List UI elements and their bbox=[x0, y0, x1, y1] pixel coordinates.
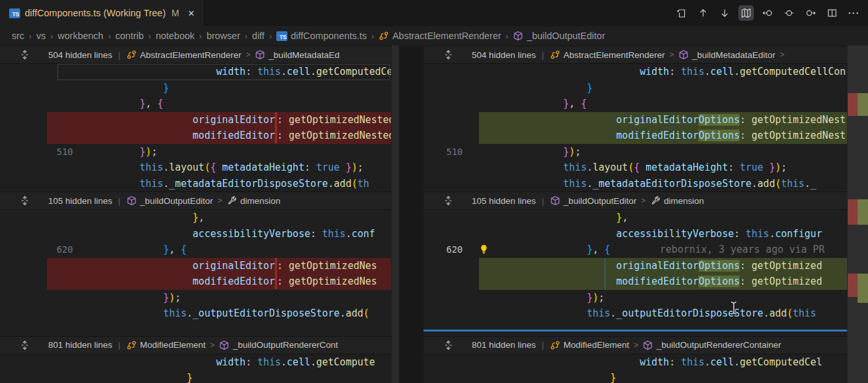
code-line[interactable]: 620 }, { bbox=[0, 242, 391, 258]
ruler-added-mark bbox=[858, 199, 868, 225]
code-line[interactable]: width: this.cell.getComputedCellCon bbox=[424, 64, 847, 80]
token: layout bbox=[592, 162, 628, 173]
breadcrumb-file[interactable]: diffComponents.ts bbox=[291, 31, 367, 41]
code-line[interactable]: width: this.cell.getCompute bbox=[0, 354, 391, 371]
code-line[interactable]: } bbox=[0, 370, 391, 383]
code-line[interactable]: this.layout({ metadataHeight: true }); bbox=[0, 160, 391, 176]
token bbox=[504, 82, 586, 94]
code-line[interactable]: } bbox=[424, 370, 847, 383]
code-line[interactable]: originalEditorOptions: getOptimizedNest bbox=[424, 112, 847, 128]
hidden-lines-header[interactable]: 801 hidden lines|ModifiedElement>_buildO… bbox=[0, 336, 391, 354]
overview-ruler[interactable] bbox=[847, 46, 868, 383]
token: metadataHeight bbox=[222, 162, 304, 173]
token bbox=[504, 98, 563, 109]
close-tab-icon[interactable]: ✕ bbox=[188, 8, 195, 18]
hidden-lines-header[interactable]: 105 hidden lines|_buildOutputEditor>dime… bbox=[424, 192, 847, 210]
breadcrumb-folder[interactable]: browser bbox=[207, 31, 240, 41]
circle-icon[interactable] bbox=[781, 5, 797, 21]
arrow-circle-left-icon[interactable] bbox=[760, 5, 775, 21]
hidden-lines-header[interactable]: 801 hidden lines|ModifiedElement>_buildO… bbox=[424, 336, 847, 354]
line-number bbox=[0, 370, 73, 383]
code-line[interactable]: modifiedEditorOptions: getOptimizedNest bbox=[424, 128, 847, 144]
lightbulb-icon[interactable] bbox=[479, 244, 489, 255]
code-line[interactable]: 510 }); bbox=[424, 144, 847, 160]
token: : bbox=[277, 276, 289, 287]
breadcrumb-folder[interactable]: vs bbox=[36, 31, 46, 41]
token: width bbox=[640, 66, 669, 78]
open-changes-icon[interactable] bbox=[674, 5, 689, 21]
token: } bbox=[139, 98, 145, 109]
code-line[interactable]: }); bbox=[424, 290, 847, 306]
more-actions-icon[interactable]: ⋯ bbox=[846, 5, 861, 21]
code-line[interactable]: modifiedEditorOptions: getOptimized bbox=[424, 274, 847, 290]
breadcrumb-symbol[interactable]: _buildOutputEditor bbox=[527, 31, 605, 41]
token: this bbox=[793, 307, 817, 319]
breadcrumb-symbol[interactable]: AbstractElementRenderer bbox=[392, 31, 501, 41]
line-number bbox=[424, 370, 463, 383]
code-line[interactable]: } bbox=[424, 80, 847, 96]
code-line[interactable]: width: this.cell.getComputedCel bbox=[0, 64, 391, 80]
unfold-icon bbox=[20, 195, 30, 206]
breadcrumb-folder[interactable]: diff bbox=[252, 31, 265, 41]
tab-diffcomponents[interactable]: TS diffComponents.ts (Working Tree) M ✕ bbox=[0, 0, 203, 26]
code-line[interactable]: this.layout({ metadataHeight: true }); bbox=[424, 160, 847, 176]
token: } bbox=[187, 372, 193, 383]
code-line[interactable]: }, bbox=[424, 210, 847, 226]
line-number bbox=[0, 80, 73, 96]
code-line[interactable]: 510 }); bbox=[0, 144, 391, 160]
code-line[interactable]: originalEditor: getOptimizedNestedC bbox=[0, 112, 391, 128]
breadcrumb-folder[interactable]: contrib bbox=[115, 31, 144, 41]
code-line[interactable]: 620 }, {rebornix, 3 years ago via PR bbox=[424, 242, 847, 258]
token bbox=[504, 114, 616, 126]
code-line[interactable]: this._outputEditorDisposeStore.add( bbox=[0, 305, 391, 322]
code-line[interactable]: modifiedEditor: getOptimizedNes bbox=[0, 274, 391, 290]
breadcrumb-folder[interactable]: notebook bbox=[156, 31, 195, 41]
unfold-icon bbox=[20, 50, 30, 60]
code-line[interactable]: this._metadataEditorDisposeStore.add(th bbox=[0, 176, 391, 192]
code-line[interactable]: width: this.cell.getComputedCel bbox=[424, 354, 847, 371]
token: getComputedCellCon bbox=[740, 66, 846, 78]
code-line[interactable]: }, bbox=[0, 210, 391, 226]
next-change-icon[interactable] bbox=[717, 5, 732, 21]
code-line[interactable]: originalEditor: getOptimizedNes bbox=[0, 258, 391, 274]
symbol-namespace-icon bbox=[255, 50, 265, 60]
breadcrumb-folder[interactable]: workbench bbox=[58, 31, 104, 41]
token: getCompute bbox=[316, 356, 375, 368]
token bbox=[81, 162, 139, 173]
token: cell bbox=[710, 356, 734, 368]
token: { bbox=[210, 162, 216, 173]
token bbox=[81, 276, 193, 287]
line-number bbox=[424, 290, 463, 306]
symbol-namespace-icon bbox=[126, 195, 137, 206]
token: cell bbox=[287, 356, 310, 368]
code-line[interactable]: accessibilityVerbose: this.configur bbox=[424, 226, 847, 242]
line-number: 620 bbox=[424, 242, 463, 258]
token: getOptimizedNes bbox=[289, 260, 377, 272]
hidden-lines-header[interactable]: 504 hidden lines|AbstractElementRenderer… bbox=[0, 46, 391, 64]
line-number bbox=[0, 354, 73, 371]
code-line[interactable]: }); bbox=[0, 290, 391, 306]
diff-sash[interactable] bbox=[399, 46, 424, 383]
split-editor-icon[interactable] bbox=[824, 5, 840, 21]
hidden-lines-header[interactable]: 105 hidden lines|_buildOutputEditor>dime… bbox=[0, 192, 391, 210]
line-number bbox=[424, 176, 463, 192]
hidden-lines-header[interactable]: 504 hidden lines|AbstractElementRenderer… bbox=[424, 46, 847, 64]
code-line[interactable]: accessibilityVerbose: this.conf bbox=[0, 226, 391, 242]
left-scrollbar[interactable] bbox=[391, 46, 399, 383]
scrollbar-slider[interactable] bbox=[392, 46, 399, 383]
arrow-circle-right-icon[interactable] bbox=[803, 5, 818, 21]
code-line[interactable]: modifiedEditor: getOptimizedNestedC bbox=[0, 128, 391, 144]
symbol-label: _buildOutputEditor bbox=[140, 196, 213, 206]
token: Options bbox=[699, 130, 740, 141]
previous-change-icon[interactable] bbox=[695, 5, 711, 21]
hidden-lines-label: 105 hidden lines bbox=[472, 196, 536, 206]
code-line[interactable]: this._metadataEditorDisposeStore.add(thi… bbox=[424, 176, 847, 192]
map-icon[interactable] bbox=[738, 5, 754, 21]
code-line[interactable]: this._outputEditorDisposeStore.add(this bbox=[424, 305, 847, 322]
code-line[interactable]: originalEditorOptions: getOptimized bbox=[424, 258, 847, 274]
symbol-label: _buildMetadataEditor bbox=[692, 50, 775, 60]
breadcrumb-folder[interactable]: src bbox=[12, 31, 24, 41]
code-line[interactable]: }, { bbox=[0, 96, 391, 112]
code-line[interactable]: } bbox=[0, 80, 391, 96]
code-line[interactable]: }, { bbox=[424, 96, 847, 112]
